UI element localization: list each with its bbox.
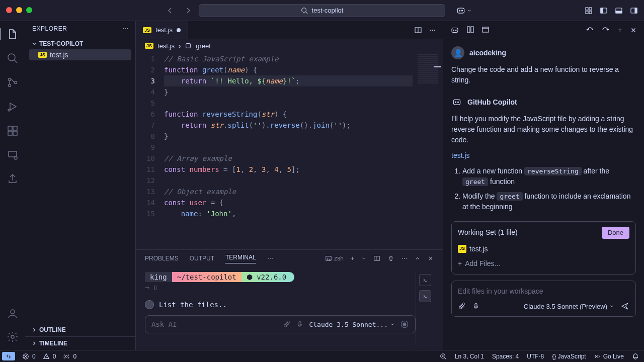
model-dropdown[interactable]: Claude 3.5 Sonnet... <box>309 321 395 328</box>
project-root[interactable]: TEST-COPILOT <box>29 38 131 49</box>
file-item-testjs[interactable]: JS test.js <box>29 49 131 60</box>
layout-icon-1[interactable] <box>585 7 593 15</box>
mic-icon[interactable] <box>472 302 480 310</box>
maximize-window[interactable] <box>26 7 32 13</box>
svg-point-45 <box>66 355 68 357</box>
terminal-dropdown-icon[interactable] <box>361 256 366 261</box>
zoom-icon[interactable] <box>440 353 447 360</box>
ports-count[interactable]: 0 <box>63 353 76 360</box>
copilot-input[interactable]: Edit files in your workspace Claude 3.5 … <box>451 281 636 317</box>
svg-rect-7 <box>589 11 592 14</box>
breadcrumb[interactable]: JS test.js › greet <box>136 39 443 52</box>
svg-point-15 <box>9 78 11 81</box>
svg-point-26 <box>11 335 14 338</box>
split-terminal-icon[interactable] <box>373 255 380 262</box>
new-chat-icon[interactable]: + <box>618 26 622 34</box>
code-editor[interactable]: 123456789101112131415 // Basic JavaScrip… <box>136 52 443 249</box>
timeline-section[interactable]: TIMELINE <box>25 336 136 350</box>
remote-indicator[interactable] <box>2 352 15 360</box>
kill-terminal-icon[interactable] <box>387 255 394 262</box>
search-activity-icon[interactable] <box>7 52 19 64</box>
user-avatar: 👤 <box>451 46 464 59</box>
file-link[interactable]: test.js <box>451 150 470 161</box>
minimap[interactable] <box>413 52 443 249</box>
panel-tab-terminal[interactable]: TERMINAL <box>225 254 256 263</box>
minimize-window[interactable] <box>16 7 22 13</box>
command-center[interactable]: test-copilot <box>199 4 445 17</box>
attach-icon[interactable] <box>283 320 291 328</box>
nav-forward[interactable] <box>184 7 192 15</box>
svg-point-25 <box>11 310 15 314</box>
source-control-icon[interactable] <box>7 76 19 88</box>
window-controls <box>6 7 32 13</box>
close-window[interactable] <box>6 7 12 13</box>
ai-suggestion[interactable]: List the files.. <box>145 300 416 309</box>
account-icon[interactable] <box>7 308 19 320</box>
more-icon[interactable]: ⋯ <box>122 25 129 32</box>
tab-testjs[interactable]: JS test.js <box>136 21 188 39</box>
explorer-icon[interactable] <box>0 28 19 40</box>
warnings-count[interactable]: 0 <box>43 353 56 360</box>
remote-icon[interactable] <box>7 149 19 161</box>
indentation[interactable]: Spaces: 4 <box>492 353 519 360</box>
errors-count[interactable]: 0 <box>22 353 36 360</box>
titlebar: test-copilot <box>0 0 644 21</box>
add-files-button[interactable]: +Add Files... <box>458 258 629 269</box>
nav-back[interactable] <box>166 7 174 15</box>
symbol-icon <box>185 42 192 49</box>
panel-tab-problems[interactable]: PROBLEMS <box>145 255 179 262</box>
svg-point-14 <box>8 54 15 61</box>
attach-icon[interactable] <box>458 302 466 310</box>
undo-icon[interactable] <box>586 26 594 34</box>
copilot-icon[interactable] <box>456 6 466 16</box>
panel-more2-icon[interactable]: ⋯ <box>401 255 408 262</box>
working-set-file[interactable]: JS test.js <box>458 243 629 255</box>
svg-point-33 <box>403 323 406 326</box>
copilot-chat-icon[interactable] <box>450 26 459 35</box>
terminal[interactable]: king ~/test-copilot ⬢ v22.6.0 → ▯ List t… <box>145 272 416 345</box>
panel-bottom-icon[interactable] <box>615 7 623 15</box>
redo-icon[interactable] <box>602 26 610 34</box>
js-badge-icon: JS <box>458 245 466 253</box>
cursor-position[interactable]: Ln 3, Col 1 <box>455 353 484 360</box>
mic-icon[interactable] <box>296 320 304 328</box>
sidebar: EXPLORER ⋯ TEST-COPILOT JS test.js OUTLI… <box>25 21 136 350</box>
svg-rect-9 <box>601 8 603 13</box>
panel-more-icon[interactable]: ⋯ <box>267 255 273 262</box>
ai-input-placeholder: Ask AI <box>151 320 278 328</box>
go-live[interactable]: Go Live <box>594 353 624 360</box>
panel-left-icon[interactable] <box>600 7 608 15</box>
new-terminal-icon[interactable]: + <box>351 255 354 262</box>
panel-tab-output[interactable]: OUTPUT <box>190 255 214 262</box>
extensions-icon[interactable] <box>7 125 19 137</box>
done-button[interactable]: Done <box>602 227 629 239</box>
panel-close-icon[interactable] <box>428 255 434 261</box>
copilot-diff-icon[interactable] <box>466 26 474 35</box>
ai-input[interactable]: Ask AI Claude 3.5 Sonnet... <box>145 315 416 333</box>
share-icon[interactable] <box>7 173 19 185</box>
send-button[interactable] <box>620 302 629 311</box>
record-icon[interactable] <box>400 320 409 329</box>
settings-icon[interactable] <box>7 331 19 343</box>
encoding[interactable]: UTF-8 <box>527 353 544 360</box>
copilot-history-icon[interactable] <box>481 26 490 35</box>
terminal-instance-1[interactable] <box>419 274 431 286</box>
chevron-down-icon[interactable] <box>467 8 472 13</box>
bottom-panel: PROBLEMS OUTPUT TERMINAL ⋯ zsh + ⋯ <box>136 249 443 350</box>
split-editor-icon[interactable] <box>414 26 422 34</box>
terminal-instance-2[interactable] <box>419 290 431 302</box>
model-select[interactable]: Claude 3.5 Sonnet (Preview) <box>524 302 614 312</box>
svg-point-36 <box>456 30 457 31</box>
js-badge-icon: JS <box>38 52 47 58</box>
run-debug-icon[interactable] <box>7 101 19 113</box>
notifications-icon[interactable] <box>632 353 639 360</box>
close-copilot-icon[interactable] <box>630 27 637 34</box>
more-actions-icon[interactable]: ⋯ <box>429 26 436 34</box>
panel-right-icon[interactable] <box>630 7 638 15</box>
panel-maximize-icon[interactable] <box>415 255 421 261</box>
terminal-profile-icon[interactable]: zsh <box>325 255 344 262</box>
outline-section[interactable]: OUTLINE <box>25 323 136 336</box>
svg-point-16 <box>9 84 11 87</box>
user-message: Change the code and add a new function t… <box>451 64 636 85</box>
language-mode[interactable]: {} JavaScript <box>552 353 586 360</box>
